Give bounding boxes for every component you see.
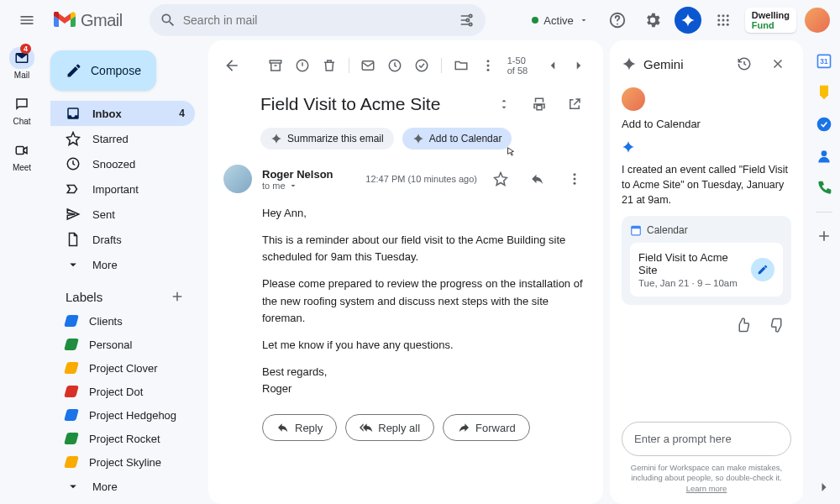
label-item[interactable]: Project Clover	[50, 356, 195, 380]
search-options-icon[interactable]	[459, 12, 475, 29]
svg-point-4	[717, 14, 720, 17]
calendar-icon	[630, 224, 642, 236]
nav-important[interactable]: Important	[50, 176, 195, 202]
thumbs-down-button[interactable]	[764, 312, 791, 339]
sender-name: Roger Nelson	[262, 168, 355, 181]
nav-more[interactable]: More	[50, 252, 195, 277]
contacts-app-button[interactable]	[816, 148, 832, 165]
snooze-button[interactable]	[387, 52, 402, 79]
recipient-toggle[interactable]: to me	[262, 181, 355, 191]
add-calendar-chip[interactable]: Add to Calendar	[402, 128, 512, 150]
back-button[interactable]	[223, 52, 240, 79]
org-badge[interactable]: Dwelling Fund	[745, 8, 796, 33]
add-task-button[interactable]	[414, 52, 429, 79]
label-name: Project Rocket	[89, 433, 160, 445]
main-menu-button[interactable]	[10, 3, 44, 37]
pagination-text: 1-50 of 58	[507, 55, 535, 76]
forward-button[interactable]: Forward	[443, 414, 530, 441]
rail-chat[interactable]: Chat	[9, 93, 34, 126]
collapse-side-panel-button[interactable]	[816, 479, 832, 496]
add-label-button[interactable]	[170, 289, 185, 304]
search-bar[interactable]	[150, 4, 486, 36]
reply-button[interactable]: Reply	[262, 414, 337, 441]
next-page-button[interactable]	[570, 52, 588, 79]
svg-point-20	[486, 60, 489, 62]
history-button[interactable]	[731, 50, 758, 77]
spark-icon	[622, 56, 637, 71]
search-input[interactable]	[183, 13, 452, 27]
label-item[interactable]: Project Skyline	[50, 450, 195, 474]
spam-button[interactable]	[295, 52, 310, 79]
learn-more-link[interactable]: Learn more	[686, 484, 727, 493]
mail-badge: 4	[20, 44, 31, 54]
label-color-icon	[64, 386, 79, 397]
nav-sent[interactable]: Sent	[50, 202, 195, 227]
gemini-input[interactable]: Enter a prompt here	[622, 422, 791, 456]
label-item[interactable]: Project Hedgehog	[50, 403, 195, 427]
sender-avatar[interactable]	[223, 165, 252, 193]
edit-event-button[interactable]	[751, 258, 774, 281]
compose-button[interactable]: Compose	[50, 50, 156, 91]
delete-button[interactable]	[322, 52, 337, 79]
summarize-chip[interactable]: Summarize this email	[260, 128, 394, 150]
message-more-button[interactable]	[561, 165, 588, 192]
tasks-app-button[interactable]	[816, 116, 832, 133]
label-name: Project Clover	[89, 362, 158, 375]
search-icon	[160, 12, 176, 29]
gemini-user-prompt: Add to Calendar	[622, 118, 791, 130]
reply-button-top[interactable]	[524, 165, 551, 192]
timestamp: 12:47 PM (10 minutes ago)	[365, 174, 477, 184]
label-item[interactable]: Project Rocket	[50, 427, 195, 450]
calendar-app-button[interactable]: 31	[816, 52, 832, 69]
print-button[interactable]	[526, 91, 553, 118]
svg-rect-15	[270, 60, 281, 63]
move-button[interactable]	[454, 52, 469, 79]
settings-button[interactable]	[639, 7, 666, 34]
forward-icon	[457, 421, 470, 434]
nav-starred[interactable]: Starred	[50, 126, 195, 151]
label-item[interactable]: Clients	[50, 309, 195, 333]
label-color-icon	[64, 456, 79, 468]
nav-snoozed[interactable]: Snoozed	[50, 151, 195, 176]
archive-button[interactable]	[268, 52, 283, 79]
label-item[interactable]: Personal	[50, 333, 195, 356]
labels-header: Labels	[66, 290, 102, 304]
gemini-title: Gemini	[643, 57, 724, 71]
event-time: Tue, Jan 21 · 9 – 10am	[638, 278, 744, 288]
inbox-icon	[66, 106, 81, 121]
more-actions-button[interactable]	[480, 52, 496, 79]
star-button[interactable]	[487, 165, 514, 192]
add-apps-button[interactable]	[816, 228, 832, 244]
important-icon	[66, 181, 81, 197]
chevron-down-icon	[66, 257, 81, 272]
nav-inbox[interactable]: Inbox4	[50, 101, 195, 126]
help-button[interactable]	[604, 7, 631, 34]
rail-mail[interactable]: 4 Mail	[9, 47, 34, 80]
gemini-button[interactable]	[675, 7, 701, 34]
account-avatar[interactable]	[805, 8, 830, 33]
rail-meet[interactable]: Meet	[9, 139, 34, 172]
labels-more[interactable]: More	[50, 474, 195, 499]
close-gemini-button[interactable]	[764, 50, 791, 77]
svg-point-11	[722, 24, 724, 26]
status-dot-icon	[532, 17, 538, 24]
prev-page-button[interactable]	[543, 52, 561, 79]
label-item[interactable]: Project Dot	[50, 380, 195, 403]
thumbs-up-button[interactable]	[729, 312, 756, 339]
expand-button[interactable]	[491, 91, 517, 118]
spark-icon	[622, 140, 791, 154]
svg-point-8	[722, 19, 724, 22]
svg-rect-13	[16, 147, 24, 155]
label-color-icon	[64, 339, 79, 350]
nav-drafts[interactable]: Drafts	[50, 227, 195, 252]
reply-all-button[interactable]: Reply all	[345, 414, 434, 441]
status-chip[interactable]: Active	[525, 11, 595, 30]
svg-point-7	[717, 19, 720, 22]
mark-unread-button[interactable]	[360, 52, 375, 79]
voice-app-button[interactable]	[816, 180, 832, 197]
gmail-logo[interactable]: Gmail	[50, 11, 123, 30]
keep-app-button[interactable]	[816, 84, 832, 101]
chevron-down-icon	[66, 479, 81, 494]
apps-button[interactable]	[710, 7, 737, 34]
open-window-button[interactable]	[561, 91, 588, 118]
